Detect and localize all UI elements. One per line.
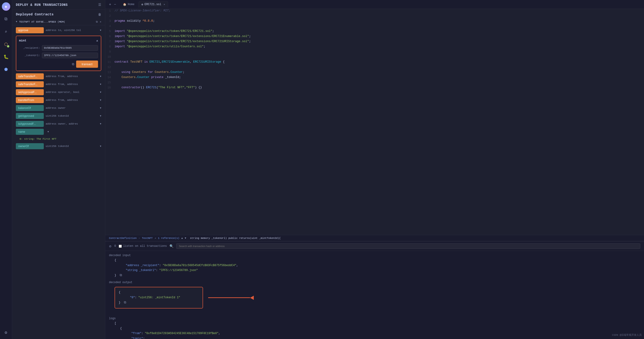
erc721-tab-icon: ⚙	[142, 3, 143, 6]
code-editor[interactable]: 1 // SPDX-License-Identifier: MIT; 2 3 p…	[105, 9, 644, 235]
code-line-14: 14 Counters.Counter private _tokenId;	[105, 76, 644, 80]
trash-icon[interactable]: 🗑	[98, 13, 101, 16]
tabs-bar: + − 🏠 Home ⚙ ERC721.sol ✕	[105, 0, 644, 9]
zoom-out-button[interactable]: −	[113, 2, 117, 7]
transferfrom-chevron-icon[interactable]: ▼	[100, 99, 101, 102]
code-line-10: 10	[105, 55, 644, 60]
tokenurl-label: _tokenUrl:	[19, 54, 40, 57]
share-icon[interactable]: ↗	[154, 236, 156, 240]
mint-chevron-icon[interactable]: ▲	[96, 39, 98, 42]
tokenurl-input[interactable]	[42, 52, 98, 58]
safetransfer1-row: safeTransferF... address from, address ▼	[16, 73, 101, 80]
contract-close-icon[interactable]: ✕	[100, 20, 101, 23]
tx-clear-button[interactable]: ⊘	[109, 244, 112, 248]
name-row: name ▼	[16, 129, 101, 135]
safetransfer2-row: safeTransferF... address from, address ▼	[16, 81, 101, 87]
safetransfer1-chevron-icon[interactable]: ▼	[100, 75, 101, 78]
code-line-9: 9	[105, 50, 644, 55]
transferfrom-button[interactable]: transferFrom	[16, 97, 44, 103]
breadcrumb-name[interactable]: TestNFT	[142, 237, 152, 240]
main-area: + − 🏠 Home ⚙ ERC721.sol ✕ 1 // SPDX-Lice…	[105, 0, 644, 339]
zoom-buttons: + −	[108, 2, 117, 7]
debug-icon[interactable]: 🐛	[2, 52, 10, 61]
code-line-12: 12	[105, 65, 644, 70]
breadcrumb-snippet: string memory _tokenUrl) public returns(…	[190, 237, 280, 240]
setapproval-row: setApprovalF... address operator, bool ▼	[16, 89, 101, 95]
code-line-3: 3 pragma solidity ^0.8.0;	[105, 19, 644, 24]
transaction-panel: ⊘ 0 listen on all transactions 🔍 decoded…	[105, 241, 644, 339]
decoded-input-label: decoded input	[109, 254, 640, 257]
recipient-input[interactable]	[42, 45, 98, 51]
refs-down-icon[interactable]: ▼	[185, 237, 186, 240]
contract-name: TESTNFT AT 0XF8E...9FBE8 (MEM(	[19, 20, 94, 23]
ownerof-chevron-icon[interactable]: ▼	[100, 145, 101, 148]
decoded-output-copy-button[interactable]: ⧉	[124, 300, 126, 304]
approve-chevron-icon[interactable]: ▼	[100, 29, 101, 32]
deploy-icon[interactable]: ⬡	[2, 40, 10, 48]
zoom-in-button[interactable]: +	[108, 2, 112, 7]
approve-param: address to, uint256 tol	[46, 29, 98, 32]
contract-copy-icon[interactable]: ⧉	[96, 20, 98, 23]
tx-search-input[interactable]	[176, 243, 640, 249]
breadcrumb-contract[interactable]: ContractDefinition	[109, 237, 137, 240]
tab-erc721-close-icon[interactable]: ✕	[164, 3, 165, 6]
isapproved-button[interactable]: isApprovedF...	[16, 121, 44, 127]
setapproval-param: address operator, bool	[46, 91, 98, 94]
mint-expanded: mint ▲ _recipient: _tokenUrl: ⧉ transact	[16, 36, 101, 71]
home-tab-icon: 🏠	[123, 3, 126, 6]
mint-title: mint	[19, 39, 26, 42]
sidebar-title: DEPLOY & RUN TRANSACTIONS	[16, 3, 68, 7]
tokenurl-field: _tokenUrl:	[19, 52, 98, 58]
name-button[interactable]: name	[16, 129, 44, 135]
files-icon[interactable]: ⧉	[2, 15, 10, 23]
name-output: 0: string: The First NFT	[16, 137, 101, 141]
tab-erc721[interactable]: ⚙ ERC721.sol ✕	[138, 1, 168, 8]
contract-item[interactable]: ▼ TESTNFT AT 0XF8E...9FBE8 (MEM( ⧉ ✕	[12, 18, 105, 26]
balanceof-chevron-icon[interactable]: ▼	[100, 107, 101, 110]
code-line-5: 5 import "@openzeppelin/contracts/token/…	[105, 29, 644, 34]
decoded-input-content: { "address _recipient": "0x5B38Da6a701c5…	[109, 258, 640, 278]
transferfrom-row: transferFrom address from, address ▼	[16, 97, 101, 103]
code-line-13: 13 using Counters for Counters.Counter;	[105, 70, 644, 76]
balanceof-button[interactable]: balanceOf	[16, 105, 44, 111]
code-line-1: 1 // SPDX-License-Identifier: MIT;	[105, 9, 644, 14]
refs-up-icon[interactable]: ▲	[181, 237, 183, 240]
tab-home[interactable]: 🏠 Home	[120, 1, 138, 8]
recipient-field: _recipient:	[19, 45, 98, 51]
isapproved-chevron-icon[interactable]: ▼	[100, 123, 101, 125]
transferfrom-param: address from, address	[46, 99, 98, 102]
setapproval-chevron-icon[interactable]: ▼	[100, 91, 101, 94]
logo-icon[interactable]: ◈	[2, 2, 10, 11]
settings-icon[interactable]: ⚙	[2, 328, 10, 337]
code-line-2: 2	[105, 14, 644, 19]
code-line-8: 8 import "@openzeppelin/contracts/utils/…	[105, 45, 644, 50]
search-icon[interactable]: ⌕	[2, 28, 10, 36]
plugin-icon[interactable]: ⬟	[2, 65, 10, 74]
tx-listen-checkbox[interactable]	[119, 245, 122, 248]
functions-list: approve address to, uint256 tol ▼ mint ▲…	[12, 26, 105, 339]
decoded-input-copy-button[interactable]: ⧉	[120, 273, 122, 277]
decoded-output-label: decoded output	[109, 281, 640, 284]
sidebar-menu-icon[interactable]: ☰	[98, 3, 101, 7]
getapproved-chevron-icon[interactable]: ▼	[100, 115, 101, 117]
getapproved-param: uint256 tokenId	[46, 114, 98, 117]
setapproval-button[interactable]: setApprovalF...	[16, 89, 44, 95]
arrow-container	[208, 296, 254, 300]
references-label: 1 reference(s)	[158, 237, 179, 240]
isapproved-row: isApprovedF... address owner, addres ▼	[16, 121, 101, 127]
balanceof-row: balanceOf address owner ▼	[16, 105, 101, 111]
approve-button[interactable]: approve	[16, 27, 44, 33]
ownerof-button[interactable]: ownerOf	[16, 143, 44, 149]
safetransfer2-button[interactable]: safeTransferF...	[16, 81, 44, 87]
deployed-contracts-header: Deployed Contracts 🗑	[12, 10, 105, 18]
safetransfer1-button[interactable]: safeTransferF...	[16, 73, 44, 80]
getapproved-button[interactable]: getApproved	[16, 113, 44, 119]
mint-copy-button[interactable]: ⧉	[72, 62, 74, 66]
code-line-7: 7 import "@openzeppelin/contracts/token/…	[105, 40, 644, 45]
code-line-6: 6 import "@openzeppelin/contracts/token/…	[105, 34, 644, 40]
transact-button[interactable]: transact	[76, 60, 98, 68]
decoded-output-container: { "0": "uint256: _mintTokenId 1" } ⧉	[109, 285, 203, 310]
tx-toolbar: ⊘ 0 listen on all transactions 🔍	[105, 242, 644, 251]
safetransfer2-chevron-icon[interactable]: ▼	[100, 83, 101, 86]
name-chevron-icon[interactable]: ▼	[48, 130, 49, 133]
